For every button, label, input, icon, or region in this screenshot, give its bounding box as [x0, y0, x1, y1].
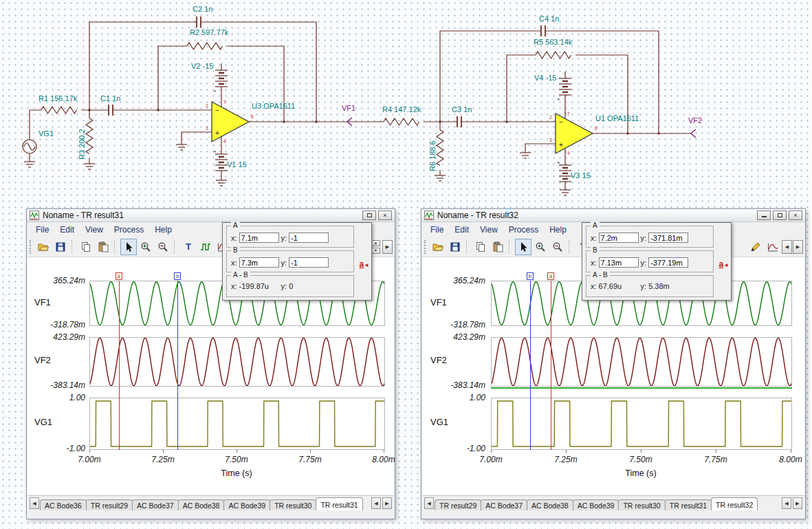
capacitor-c4[interactable] — [541, 25, 545, 36]
zoom-100-button[interactable] — [155, 239, 171, 255]
open-button[interactable] — [35, 239, 52, 255]
cursor-a-y-input[interactable] — [648, 233, 688, 243]
label-c4[interactable]: C4 1n — [539, 14, 559, 23]
tab-ac-bode37[interactable]: AC Bode37 — [132, 499, 179, 510]
label-c3[interactable]: C3 1n — [452, 105, 472, 114]
label-c2[interactable]: C2 1n — [193, 5, 212, 13]
paste-button[interactable] — [490, 239, 506, 255]
ground-symbol[interactable] — [24, 162, 35, 167]
jump-to-cursor-a-button[interactable]: a◄ — [718, 257, 729, 270]
opamp-u3[interactable] — [212, 102, 249, 142]
zoom-in-button[interactable] — [138, 239, 154, 255]
tab-tr-result31[interactable]: TR result31 — [665, 499, 712, 510]
prev-page-button[interactable]: ◀ — [782, 240, 792, 254]
tab-tr-result31-active[interactable]: TR result31 — [316, 497, 362, 510]
menu-edit[interactable]: Edit — [450, 224, 474, 236]
resistor-r5[interactable] — [536, 52, 571, 58]
cursor-b-line[interactable] — [177, 281, 178, 450]
cursor-b-x-input[interactable] — [239, 257, 279, 268]
spin-up-button[interactable]: ▲ — [371, 240, 380, 246]
label-u3[interactable]: U3 OPA1611 — [252, 102, 295, 110]
voltage-generator-vg1[interactable] — [23, 140, 36, 153]
minimize-button[interactable] — [757, 210, 771, 220]
battery-v3[interactable] — [559, 165, 571, 182]
open-button[interactable] — [430, 239, 446, 255]
resistor-r6[interactable] — [437, 130, 443, 166]
battery-v2[interactable] — [215, 70, 228, 87]
title-bar[interactable]: Noname - TR result31 × — [27, 209, 395, 222]
label-r4[interactable]: R4 147.12k — [382, 105, 421, 114]
copy-button[interactable] — [78, 239, 94, 255]
cursor-a-x-input[interactable] — [239, 233, 279, 243]
label-c1[interactable]: C1 1n — [100, 94, 120, 102]
maximize-button[interactable] — [773, 210, 787, 220]
cursor-b-flag[interactable]: b — [174, 272, 181, 280]
label-r6[interactable]: R6 188.6 — [428, 140, 437, 171]
ground-symbol[interactable] — [520, 153, 531, 158]
label-r5[interactable]: R5 563.14k — [534, 38, 573, 46]
cursor-a-y-input[interactable] — [289, 233, 329, 243]
tabs-scroll-right-button[interactable]: ▶ — [382, 497, 392, 509]
cursor-measurement-panel[interactable]: A x: y: B x: y: a◄ A - B — [582, 222, 732, 301]
capacitor-c3[interactable] — [457, 116, 461, 127]
ground-symbol[interactable] — [435, 175, 446, 181]
menu-edit[interactable]: Edit — [55, 224, 79, 236]
menu-process[interactable]: Process — [109, 224, 149, 236]
menu-file[interactable]: File — [31, 224, 54, 236]
save-button[interactable] — [447, 239, 463, 255]
voltage-pin-vf2[interactable] — [691, 129, 696, 138]
signal-tool-button[interactable] — [197, 239, 214, 255]
menu-process[interactable]: Process — [504, 224, 543, 236]
label-vf2[interactable]: VF2 — [688, 116, 702, 125]
ground-symbol[interactable] — [560, 190, 571, 195]
save-button[interactable] — [52, 239, 69, 255]
tabs-scroll-left-button-2[interactable]: ◀ — [371, 497, 381, 509]
paste-button[interactable] — [95, 239, 111, 255]
cursor-b-y-input[interactable] — [289, 257, 329, 268]
text-tool-button[interactable]: T — [180, 239, 197, 255]
battery-v1[interactable] — [215, 154, 228, 171]
tab-tr-result32-active[interactable]: TR result32 — [711, 497, 758, 510]
curve-tool-button[interactable] — [765, 239, 781, 255]
maximize-button[interactable] — [362, 210, 376, 220]
capacitor-c2[interactable] — [197, 17, 201, 28]
label-vg1[interactable]: VG1 — [39, 129, 54, 138]
next-page-button[interactable]: ▶ — [382, 240, 393, 254]
tabs-scroll-right-button[interactable]: ▶ — [793, 497, 802, 509]
cursor-b-x-input[interactable] — [599, 257, 639, 268]
label-v2[interactable]: V2 -15 — [191, 62, 213, 70]
cursor-b-flag[interactable]: b — [527, 272, 534, 280]
zoom-in-button[interactable] — [532, 239, 549, 255]
resistor-r3[interactable] — [86, 118, 93, 154]
resistor-r1[interactable] — [41, 107, 77, 114]
cursor-b-line[interactable] — [530, 281, 531, 450]
label-r1[interactable]: R1 156.17k — [39, 94, 78, 102]
label-r3[interactable]: R3 200.2 — [78, 129, 86, 160]
tab-ac-bode37[interactable]: AC Bode37 — [481, 499, 527, 510]
cursor-a-line[interactable] — [119, 281, 120, 450]
tab-tr-result29[interactable]: TR result29 — [435, 499, 481, 510]
capacitor-c1[interactable] — [109, 105, 113, 116]
tab-ac-bode38[interactable]: AC Bode38 — [527, 499, 573, 510]
ground-symbol[interactable] — [216, 180, 227, 186]
tab-ac-bode39[interactable]: AC Bode39 — [223, 499, 270, 510]
wires[interactable] — [30, 22, 691, 190]
spin-down-button[interactable]: ▼ — [371, 248, 380, 254]
label-r2[interactable]: R2 597.77k — [190, 28, 229, 36]
tab-tr-result30[interactable]: TR result30 — [618, 499, 665, 510]
tab-ac-bode38[interactable]: AC Bode38 — [178, 499, 225, 510]
tabs-scroll-left-button[interactable]: ◀ — [424, 497, 434, 509]
cursor-b-y-input[interactable] — [648, 257, 688, 268]
select-tool-button[interactable] — [120, 239, 137, 255]
copy-button[interactable] — [472, 239, 489, 255]
close-button[interactable]: × — [789, 210, 802, 220]
menu-help[interactable]: Help — [150, 224, 177, 236]
select-tool-button[interactable] — [515, 239, 531, 255]
jump-to-cursor-a-button[interactable]: a◄ — [359, 257, 369, 270]
label-vf1[interactable]: VF1 — [342, 104, 355, 112]
title-bar[interactable]: Noname - TR result32 × — [421, 209, 805, 222]
cursor-a-flag[interactable]: a — [116, 272, 122, 280]
cursor-a-line[interactable] — [551, 281, 551, 450]
cursor-a-flag[interactable]: a — [547, 272, 554, 280]
label-v3[interactable]: V3 15 — [571, 171, 591, 180]
